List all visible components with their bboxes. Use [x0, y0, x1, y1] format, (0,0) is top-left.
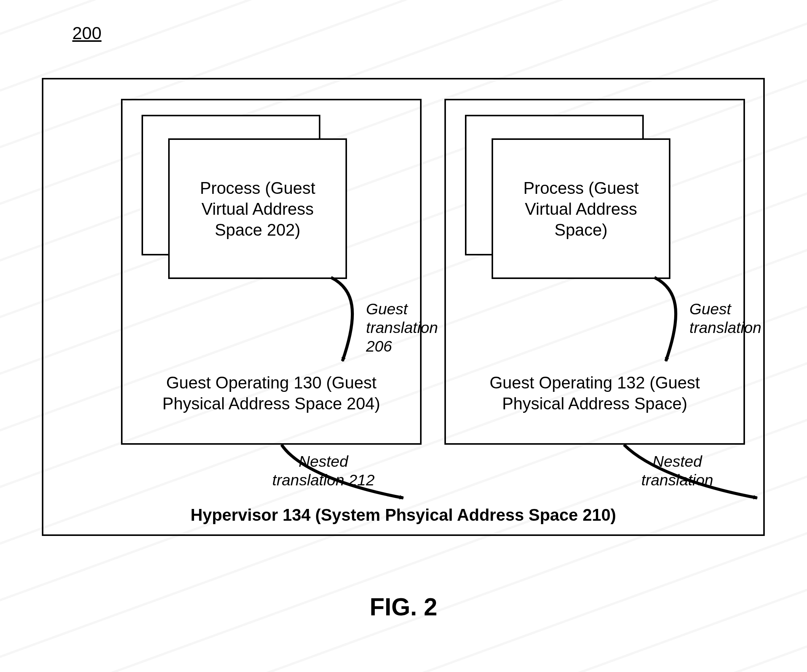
hypervisor-label: Hypervisor 134 (System Phsyical Address … [42, 505, 765, 525]
figure-canvas: 200 Process (Guest Virtual Address Space… [0, 0, 807, 672]
figure-reference-number: 200 [72, 23, 101, 43]
nested-translation-label-left: Nested translation 212 [266, 452, 380, 490]
process-box-front-right: Process (Guest Virtual Address Space) [492, 138, 671, 279]
guest-os-label-right: Guest Operating 132 (Guest Physical Addr… [477, 372, 713, 414]
guest-os-label-left: Guest Operating 130 (Guest Physical Addr… [153, 372, 390, 414]
process-box-front-left: Process (Guest Virtual Address Space 202… [168, 138, 347, 279]
process-label-right: Process (Guest Virtual Address Space) [502, 177, 660, 240]
guest-os-box-right: Process (Guest Virtual Address Space) Gu… [444, 99, 745, 445]
guest-os-box-left: Process (Guest Virtual Address Space 202… [121, 99, 422, 445]
nested-translation-label-right: Nested translation [620, 452, 734, 490]
guest-translation-label-right: Guest translation [689, 300, 788, 337]
process-label-left: Process (Guest Virtual Address Space 202… [179, 177, 336, 240]
figure-caption: FIG. 2 [0, 593, 807, 621]
